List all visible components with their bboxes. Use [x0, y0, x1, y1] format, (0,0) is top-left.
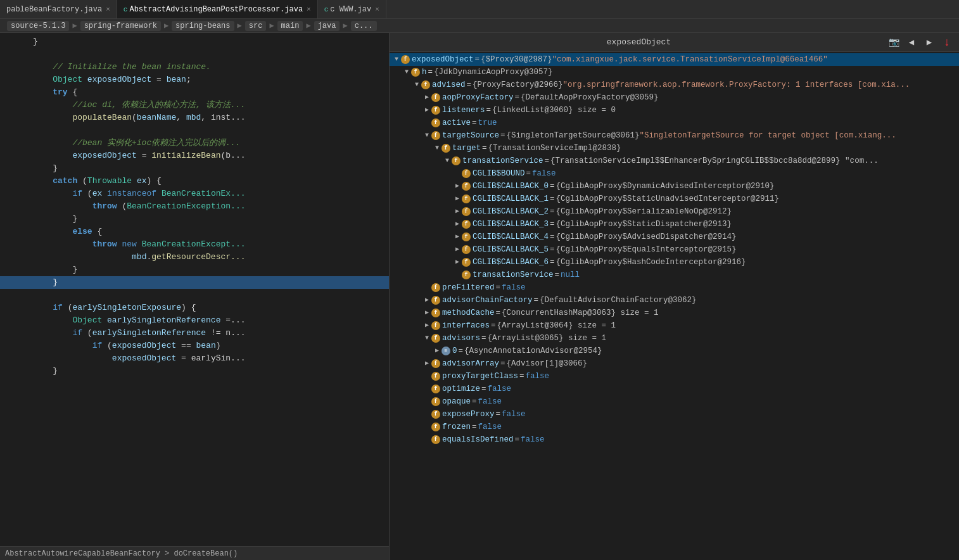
tree-row-optimize[interactable]: f optimize = false — [390, 383, 959, 395]
tree-ref: {TransationServiceImpl@2838} — [488, 142, 621, 155]
tab-pableBeanFactory[interactable]: pableBeanFactory.java × — [0, 0, 117, 18]
debug-tree[interactable]: f exposedObject = {$Proxy30@2987} "com.x… — [390, 52, 959, 560]
tree-field-name: optimize — [442, 383, 480, 395]
tree-row-cglib-cb4[interactable]: f CGLIB$CALLBACK_4 = {CglibAopProxy$Advi… — [390, 231, 959, 243]
tree-row-proxyTargetClass[interactable]: f proxyTargetClass = false — [390, 370, 959, 383]
field-icon-f: f — [411, 68, 420, 77]
tree-field-name: exposeProxy — [442, 408, 495, 421]
tree-field-name: transationService — [462, 155, 543, 167]
tree-toggle[interactable] — [422, 93, 431, 102]
field-icon-f: f — [431, 397, 440, 406]
field-icon-f: f — [431, 309, 440, 317]
tree-row-target[interactable]: f target = {TransationServiceImpl@2838} — [390, 142, 959, 155]
tree-field-name: CGLIB$BOUND — [473, 167, 525, 180]
tree-row-exposeProxy[interactable]: f exposeProxy = false — [390, 408, 959, 421]
tree-toggle[interactable] — [433, 144, 441, 153]
breadcrumb-sep: ▶ — [164, 21, 168, 30]
tree-eq: = — [459, 345, 464, 357]
tree-field-name: advisorChainFactory — [442, 294, 533, 307]
tree-row-equalsIsDefined[interactable]: f equalsIsDefined = false — [390, 433, 959, 446]
tree-row-preFiltered[interactable]: f preFiltered = false — [390, 281, 959, 294]
tree-toggle[interactable] — [443, 156, 452, 165]
tree-ref: {TransationServiceImpl$$EnhancerBySpring… — [550, 155, 879, 167]
field-icon-f: f — [462, 169, 471, 178]
tree-row-cglib-cb5[interactable]: f CGLIB$CALLBACK_5 = {CglibAopProxy$Equa… — [390, 243, 959, 256]
tree-row-transationService-null[interactable]: f transationService = null — [390, 269, 959, 281]
debug-camera-button[interactable]: 📷 — [887, 35, 901, 49]
tree-row-cglib-cb1[interactable]: f CGLIB$CALLBACK_1 = {CglibAopProxy$Stat… — [390, 193, 959, 205]
tree-toggle[interactable] — [453, 258, 462, 267]
tree-row-advisorChainFactory[interactable]: f advisorChainFactory = {DefaultAdvisorC… — [390, 294, 959, 307]
code-text: } — [33, 365, 58, 378]
tree-toggle[interactable] — [422, 359, 431, 368]
tree-row-advisors[interactable]: f advisors = {ArrayList@3065} size = 1 — [390, 332, 959, 345]
tree-eq: = — [545, 155, 550, 167]
breadcrumb-sep: ▶ — [306, 21, 310, 30]
tree-row-listeners[interactable]: f listeners = {LinkedList@3060} size = 0 — [390, 104, 959, 117]
tree-row-active[interactable]: f active = true — [390, 117, 959, 129]
tree-row-advisorArray[interactable]: f advisorArray = {Advisor[1]@3066} — [390, 357, 959, 370]
tree-row-cglib-cb6[interactable]: f CGLIB$CALLBACK_6 = {CglibAopProxy$Hash… — [390, 256, 959, 269]
tree-row-opaque[interactable]: f opaque = false — [390, 395, 959, 408]
tree-toggle-h[interactable] — [402, 68, 411, 77]
tree-field-name: target — [452, 142, 481, 155]
tab-AbstractAdvisingBeanPostProcessor[interactable]: c AbstractAdvisingBeanPostProcessor.java… — [117, 0, 318, 18]
tree-row-interfaces[interactable]: f interfaces = {ArrayList@3064} size = 1 — [390, 319, 959, 332]
code-area[interactable]: } // Initialize the bean instance. Objec… — [0, 33, 389, 546]
code-line: //bean 实例化+ioc依赖注入完以后的调... — [0, 137, 389, 150]
tree-row-frozen[interactable]: f frozen = false — [390, 421, 959, 433]
close-icon[interactable]: × — [307, 6, 311, 13]
tree-ref: {LinkedList@3060} size = 0 — [492, 104, 616, 117]
tree-eq: = — [475, 53, 480, 66]
debug-back-button[interactable]: ◀ — [905, 35, 918, 49]
code-line — [0, 289, 389, 302]
debug-forward-button[interactable]: ▶ — [922, 35, 936, 49]
code-text: } — [33, 264, 77, 276]
tree-toggle[interactable] — [422, 321, 431, 330]
tree-row-advised[interactable]: f advised = {ProxyFactory@2966} "org.spr… — [390, 79, 959, 91]
tree-toggle[interactable] — [453, 245, 462, 254]
code-line: } — [0, 365, 389, 378]
tree-row-cglib-cb2[interactable]: f CGLIB$CALLBACK_2 = {CglibAopProxy$Seri… — [390, 205, 959, 218]
tree-toggle[interactable] — [453, 194, 462, 203]
tree-row-root[interactable]: f exposedObject = {$Proxy30@2987} "com.x… — [390, 53, 959, 66]
tree-toggle-root[interactable] — [392, 55, 401, 64]
tree-toggle[interactable] — [453, 207, 462, 216]
tree-eq: = — [500, 129, 505, 142]
tree-row-methodCache[interactable]: f methodCache = {ConcurrentHashMap@3063}… — [390, 307, 959, 319]
tree-toggle[interactable] — [453, 182, 462, 191]
debug-down-arrow-button[interactable]: ↓ — [940, 35, 954, 49]
code-text: } — [33, 35, 38, 48]
tree-row-advisor-0[interactable]: ≡ 0 = {AsyncAnnotationAdvisor@2954} — [390, 345, 959, 357]
tree-toggle-advised[interactable] — [412, 80, 421, 89]
tree-toggle[interactable] — [422, 131, 431, 140]
tree-row-cglib-bound[interactable]: f CGLIB$BOUND = false — [390, 167, 959, 180]
tree-row-transationService-inner[interactable]: f transationService = {TransationService… — [390, 155, 959, 167]
code-line: try { — [0, 86, 389, 99]
tree-field-name: transationService — [473, 269, 554, 281]
tree-toggle[interactable] — [422, 334, 431, 343]
tree-toggle[interactable] — [422, 309, 431, 317]
tree-value: true — [478, 117, 497, 129]
tree-row-cglib-cb0[interactable]: f CGLIB$CALLBACK_0 = {CglibAopProxy$Dyna… — [390, 180, 959, 193]
tree-row-cglib-cb3[interactable]: f CGLIB$CALLBACK_3 = {CglibAopProxy$Stat… — [390, 218, 959, 231]
tab-www[interactable]: c c WWW.jav × — [318, 0, 386, 18]
tree-row-targetSource[interactable]: f targetSource = {SingletonTargetSource@… — [390, 129, 959, 142]
tree-field-name: CGLIB$CALLBACK_3 — [473, 218, 549, 231]
code-line: catch (Throwable ex) { — [0, 175, 389, 188]
close-icon[interactable]: × — [106, 6, 110, 13]
tree-row-aopProxyFactory[interactable]: f aopProxyFactory = {DefaultAopProxyFact… — [390, 91, 959, 104]
code-line: mbd.getResourceDescr... — [0, 251, 389, 264]
tree-toggle[interactable] — [422, 106, 431, 115]
tree-toggle[interactable] — [422, 296, 431, 305]
tree-toggle[interactable] — [453, 220, 462, 229]
tree-value: false — [502, 408, 526, 421]
close-icon[interactable]: × — [375, 6, 379, 13]
tree-eq: = — [515, 433, 520, 446]
tree-row-h[interactable]: f h = {JdkDynamicAopProxy@3057} — [390, 66, 959, 79]
tree-toggle[interactable] — [453, 232, 462, 241]
tree-toggle[interactable] — [433, 347, 441, 355]
tree-field-name: CGLIB$CALLBACK_0 — [473, 180, 549, 193]
tree-ref: {Advisor[1]@3066} — [507, 357, 588, 370]
breadcrumb-part: spring-beans — [172, 21, 234, 31]
